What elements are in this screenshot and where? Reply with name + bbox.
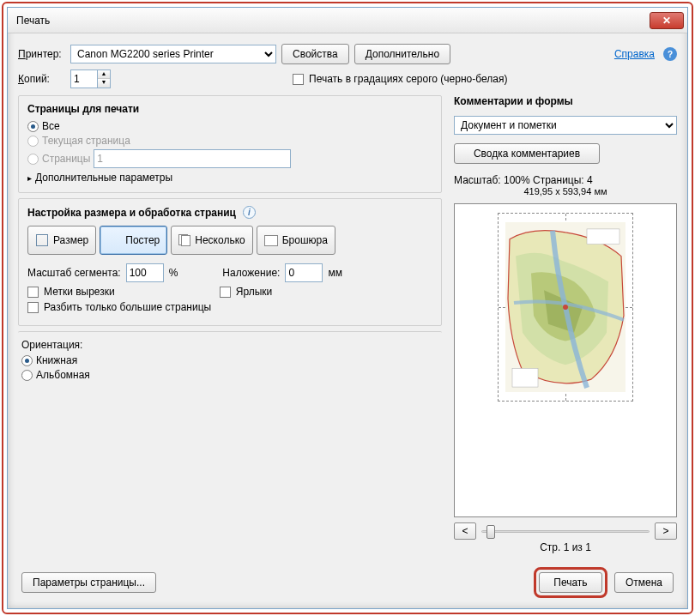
copies-spinner[interactable]: ▲▼ <box>70 69 111 88</box>
comments-title: Комментарии и формы <box>454 95 677 107</box>
preview-slider[interactable] <box>481 523 650 539</box>
window-title: Печать <box>16 15 650 27</box>
orientation-title: Ориентация: <box>21 339 433 351</box>
poster-icon <box>107 233 121 247</box>
pages-range-label: Страницы <box>42 153 90 165</box>
mode-booklet-button[interactable]: Брошюра <box>257 226 335 255</box>
comments-select[interactable]: Документ и пометки <box>454 116 677 135</box>
pages-all-label: Все <box>42 120 60 132</box>
print-button[interactable]: Печать <box>539 572 602 593</box>
print-highlight: Печать <box>534 567 607 598</box>
cancel-button[interactable]: Отмена <box>614 572 674 593</box>
copies-label: Копий: <box>18 73 65 85</box>
copies-input[interactable] <box>70 69 98 88</box>
grayscale-checkbox[interactable] <box>293 74 304 85</box>
pages-current-radio <box>27 136 39 147</box>
orientation-landscape-label: Альбомная <box>36 369 90 381</box>
pages-more-toggle[interactable]: ▸ Дополнительные параметры <box>27 172 432 184</box>
onlylarge-checkbox[interactable] <box>27 302 39 313</box>
advanced-button[interactable]: Дополнительно <box>354 44 450 64</box>
labels-label: Ярлыки <box>236 286 273 298</box>
mode-poster-button[interactable]: Постер <box>100 226 167 255</box>
orientation-landscape-radio[interactable] <box>21 370 33 381</box>
multi-icon <box>178 234 190 246</box>
pages-group-title: Страницы для печати <box>27 103 432 115</box>
overlap-unit: мм <box>328 267 342 279</box>
info-icon[interactable]: i <box>243 206 256 219</box>
preview-dims: 419,95 x 593,94 мм <box>454 186 677 196</box>
handling-group: Настройка размера и обработка страниц i … <box>18 198 442 326</box>
help-icon[interactable]: ? <box>663 47 677 61</box>
preview-area <box>454 203 677 517</box>
titlebar: Печать ✕ <box>8 8 687 33</box>
size-icon <box>35 233 49 247</box>
tile-scale-input[interactable] <box>126 263 164 282</box>
overlap-label: Наложение: <box>222 267 280 279</box>
handling-title: Настройка размера и обработка страниц <box>27 207 236 219</box>
orientation-portrait-radio[interactable] <box>21 355 33 366</box>
tile-scale-label: Масштаб сегмента: <box>27 267 121 279</box>
page-setup-button[interactable]: Параметры страницы... <box>21 572 156 593</box>
pages-current-label: Текущая страница <box>42 135 130 147</box>
svg-rect-3 <box>512 368 538 387</box>
orientation-group: Ориентация: Книжная Альбомная <box>18 331 442 392</box>
pages-range-radio[interactable] <box>27 154 39 165</box>
cutmarks-label: Метки вырезки <box>44 286 115 298</box>
expand-icon: ▸ <box>27 173 32 183</box>
labels-checkbox[interactable] <box>220 287 231 298</box>
help-link[interactable]: Справка <box>614 48 655 60</box>
pages-more-label: Дополнительные параметры <box>35 172 172 184</box>
pages-range-input[interactable] <box>94 149 291 168</box>
cutmarks-checkbox[interactable] <box>27 287 39 298</box>
map-preview-icon <box>505 222 626 392</box>
preview-page <box>498 213 633 402</box>
booklet-icon <box>264 233 278 247</box>
tile-scale-unit: % <box>169 267 178 279</box>
preview-prev-button[interactable]: < <box>454 522 476 540</box>
spin-down-icon[interactable]: ▼ <box>98 79 110 88</box>
mode-multi-button[interactable]: Несколько <box>171 226 252 255</box>
orientation-portrait-label: Книжная <box>36 354 77 366</box>
spin-up-icon[interactable]: ▲ <box>98 70 110 79</box>
preview-next-button[interactable]: > <box>655 522 677 540</box>
svg-rect-2 <box>587 229 619 245</box>
mode-size-button[interactable]: Размер <box>27 226 96 255</box>
close-icon: ✕ <box>662 15 671 27</box>
properties-button[interactable]: Свойства <box>281 44 349 64</box>
preview-page-of: Стр. 1 из 1 <box>454 541 677 553</box>
onlylarge-label: Разбить только большие страницы <box>44 301 211 313</box>
pages-all-radio[interactable] <box>27 121 39 132</box>
printer-select[interactable]: Canon MG2200 series Printer <box>70 45 276 63</box>
grayscale-label: Печать в градациях серого (черно-белая) <box>309 73 507 85</box>
svg-point-1 <box>563 305 568 310</box>
overlap-input[interactable] <box>285 263 323 282</box>
pages-group: Страницы для печати Все Текущая страница… <box>18 95 442 193</box>
slider-thumb[interactable] <box>486 525 495 539</box>
preview-scale-info: Масштаб: 100% Страницы: 4 <box>454 174 677 186</box>
comments-summary-button[interactable]: Сводка комментариев <box>454 143 600 164</box>
close-button[interactable]: ✕ <box>650 12 684 29</box>
printer-label: Принтер: <box>18 48 65 60</box>
